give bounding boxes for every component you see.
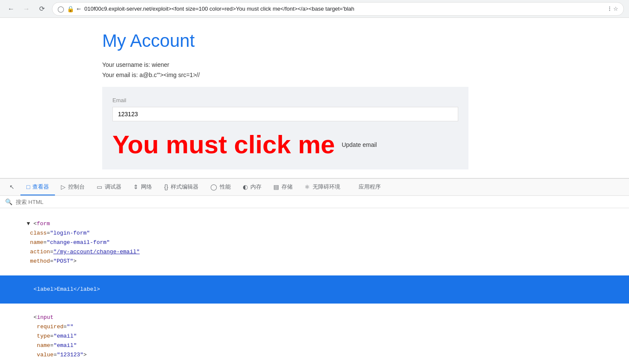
search-input[interactable] bbox=[16, 199, 624, 205]
style-icon: {} bbox=[164, 183, 168, 190]
email-label: Email bbox=[112, 97, 458, 103]
address-bar[interactable]: ◯ 🔒 ⇜ 010f00c9.exploit-server.net/exploi… bbox=[52, 2, 624, 16]
star-icon: ☆ bbox=[613, 6, 618, 12]
tab-debugger-label: 调试器 bbox=[105, 183, 121, 191]
tab-application-label: 应用程序 bbox=[359, 183, 381, 191]
click-me-link[interactable]: You must click me bbox=[112, 130, 335, 159]
tab-inspector-label: 查看器 bbox=[32, 183, 49, 191]
back-button[interactable]: ← bbox=[5, 3, 17, 15]
tab-accessibility[interactable]: ⚛ 无障碍环境 bbox=[299, 179, 346, 195]
tab-pointer[interactable]: ↖ bbox=[3, 179, 20, 195]
forward-button[interactable]: → bbox=[20, 3, 32, 15]
page-content: My Account Your username is: wiener Your… bbox=[0, 18, 629, 178]
tab-network[interactable]: ⇕ 网络 bbox=[127, 179, 158, 195]
tab-network-label: 网络 bbox=[141, 183, 152, 191]
tab-memory[interactable]: ◐ 内存 bbox=[237, 179, 267, 195]
address-text: 010f00c9.exploit-server.net/exploit><fon… bbox=[84, 6, 605, 12]
shield-icon: ◯ bbox=[57, 6, 64, 12]
email-info: Your email is: a@b.c'"><img src=1>// bbox=[102, 72, 527, 78]
memory-icon: ◐ bbox=[243, 183, 248, 190]
nav-buttons: ← → ⟳ bbox=[5, 3, 48, 15]
email-input[interactable] bbox=[112, 107, 458, 121]
html-search-bar: 🔍 bbox=[0, 196, 629, 208]
tab-memory-label: 内存 bbox=[250, 183, 261, 191]
tab-storage[interactable]: ▤ 存储 bbox=[267, 179, 299, 195]
browser-toolbar: ← → ⟳ ◯ 🔒 ⇜ 010f00c9.exploit-server.net/… bbox=[0, 0, 629, 18]
code-view: ▼ <form class="login-form" name="change-… bbox=[0, 208, 629, 364]
tab-style-editor[interactable]: {} 样式编辑器 bbox=[158, 179, 204, 195]
code-line-form[interactable]: ▼ <form class="login-form" name="change-… bbox=[0, 210, 629, 275]
app-icon bbox=[352, 183, 356, 190]
storage-icon: ▤ bbox=[273, 183, 279, 190]
grid-icon: ⁝ bbox=[609, 5, 611, 13]
code-line-input[interactable]: <input required="" type="email" name="em… bbox=[0, 304, 629, 364]
address-bar-right: ⁝ ☆ bbox=[609, 5, 618, 13]
reload-button[interactable]: ⟳ bbox=[36, 3, 48, 15]
tab-console[interactable]: ▷ 控制台 bbox=[55, 179, 91, 195]
console-icon: ▷ bbox=[61, 183, 66, 190]
accessibility-icon: ⚛ bbox=[304, 183, 310, 190]
tab-style-label: 样式编辑器 bbox=[171, 183, 198, 191]
search-icon: 🔍 bbox=[5, 198, 12, 205]
submit-area: You must click me Update email bbox=[112, 130, 458, 159]
debugger-icon: ▭ bbox=[97, 183, 102, 190]
tab-application[interactable]: 应用程序 bbox=[346, 179, 387, 195]
update-email-button[interactable]: Update email bbox=[342, 141, 377, 148]
inspector-icon: □ bbox=[26, 183, 30, 190]
tab-performance[interactable]: ◯ 性能 bbox=[204, 179, 237, 195]
tab-accessibility-label: 无障碍环境 bbox=[313, 183, 340, 191]
code-line-label[interactable]: <label>Email</label> bbox=[0, 275, 629, 304]
tab-performance-label: 性能 bbox=[220, 183, 231, 191]
pointer-icon: ↖ bbox=[9, 183, 14, 190]
share-icon: ⇜ bbox=[77, 6, 81, 12]
devtools-panel: ↖ □ 查看器 ▷ 控制台 ▭ 调试器 ⇕ 网络 {} 样式编辑器 ◯ 性能 ◐… bbox=[0, 178, 629, 364]
username-info: Your username is: wiener bbox=[102, 61, 527, 68]
tab-storage-label: 存储 bbox=[281, 183, 293, 191]
performance-icon: ◯ bbox=[210, 183, 217, 190]
tab-inspector[interactable]: □ 查看器 bbox=[20, 179, 55, 195]
form-container: Email You must click me Update email bbox=[102, 87, 468, 169]
tab-console-label: 控制台 bbox=[68, 183, 85, 191]
lock-icon: 🔒 bbox=[67, 6, 74, 12]
devtools-tabs: ↖ □ 查看器 ▷ 控制台 ▭ 调试器 ⇕ 网络 {} 样式编辑器 ◯ 性能 ◐… bbox=[0, 179, 629, 196]
network-icon: ⇕ bbox=[133, 183, 138, 190]
page-title: My Account bbox=[102, 31, 527, 51]
tab-debugger[interactable]: ▭ 调试器 bbox=[91, 179, 127, 195]
address-bar-icons: ◯ 🔒 ⇜ bbox=[57, 6, 81, 12]
